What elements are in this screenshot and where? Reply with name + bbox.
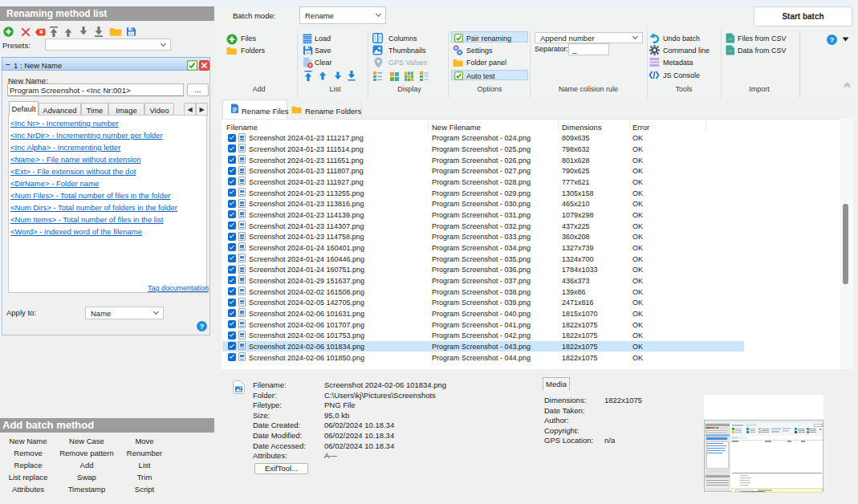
- svg-text:CSV: CSV: [727, 50, 732, 53]
- svg-text:CSV: CSV: [727, 38, 732, 41]
